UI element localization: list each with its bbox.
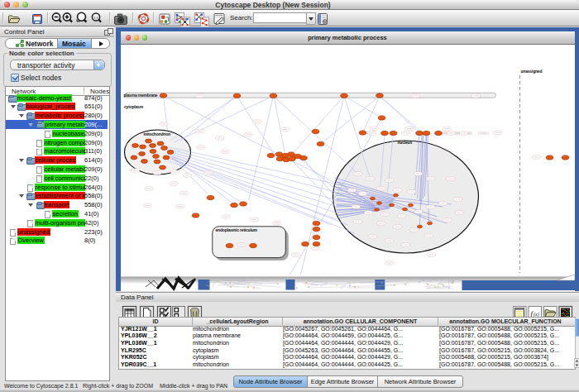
svg-text:nucleus: nucleus: [397, 140, 412, 145]
svg-text:endoplasmic reticulum: endoplasmic reticulum: [215, 227, 257, 232]
svg-text:1:1: 1:1: [93, 16, 98, 20]
svg-text:mitochondrion: mitochondrion: [143, 131, 170, 136]
svg-text:plasma membrane: plasma membrane: [123, 93, 157, 98]
svg-text:cytoplasm: cytoplasm: [124, 104, 144, 109]
svg-text:unassigned: unassigned: [520, 69, 542, 74]
